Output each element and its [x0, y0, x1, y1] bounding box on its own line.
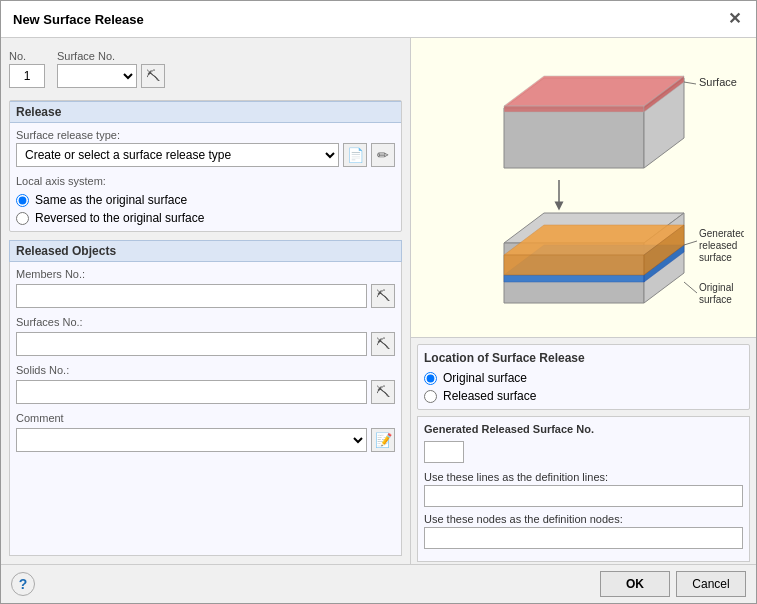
- local-axis-label: Local axis system:: [16, 175, 395, 187]
- svg-line-23: [684, 282, 697, 293]
- svg-marker-1: [504, 108, 644, 168]
- diagram-area: Surface: [411, 38, 756, 338]
- members-field-row: Members No.: ⛏: [16, 268, 395, 308]
- released-objects-header: Released Objects: [9, 240, 402, 262]
- surfaces-pick-btn[interactable]: ⛏: [371, 332, 395, 356]
- surface-no-label: Surface No.: [57, 50, 137, 62]
- radio-reversed-label[interactable]: Reversed to the original surface: [16, 211, 395, 225]
- close-button[interactable]: ✕: [724, 9, 744, 29]
- new-surface-release-dialog: New Surface Release ✕ No. Surface No.: [0, 0, 757, 604]
- generated-no-input[interactable]: [424, 441, 464, 463]
- surfaces-field-row: Surfaces No.: ⛏: [16, 316, 395, 356]
- surface-release-type-row: Create or select a surface release type …: [16, 143, 395, 167]
- radio-same-label[interactable]: Same as the original surface: [16, 193, 395, 207]
- surface-release-type-select[interactable]: Create or select a surface release type: [16, 143, 339, 167]
- release-section-body: Surface release type: Create or select a…: [10, 123, 401, 231]
- surfaces-pick-icon: ⛏: [376, 336, 390, 352]
- svg-text:Generated: Generated: [699, 228, 744, 239]
- members-input-row: ⛏: [16, 284, 395, 308]
- def-lines-label: Use these lines as the definition lines:: [424, 471, 743, 483]
- main-content: No. Surface No. ⛏: [1, 38, 756, 564]
- surfaces-input[interactable]: [16, 332, 367, 356]
- diagram-svg: Surface: [424, 48, 744, 328]
- svg-text:released: released: [699, 240, 737, 251]
- surfaces-label: Surfaces No.:: [16, 316, 395, 328]
- svg-marker-12: [504, 275, 644, 282]
- location-section: Location of Surface Release Original sur…: [417, 344, 750, 410]
- svg-line-6: [684, 82, 696, 84]
- svg-text:surface: surface: [699, 252, 732, 263]
- members-pick-btn[interactable]: ⛏: [371, 284, 395, 308]
- cancel-button[interactable]: Cancel: [676, 571, 746, 597]
- no-label: No.: [9, 50, 45, 62]
- release-section-header: Release: [10, 101, 401, 123]
- members-input[interactable]: [16, 284, 367, 308]
- location-released-radio[interactable]: [424, 390, 437, 403]
- solids-input[interactable]: [16, 380, 367, 404]
- no-group: No.: [9, 50, 45, 88]
- radio-same[interactable]: [16, 194, 29, 207]
- radio-reversed[interactable]: [16, 212, 29, 225]
- def-nodes-input[interactable]: [424, 527, 743, 549]
- comment-edit-btn[interactable]: 📝: [371, 428, 395, 452]
- solids-pick-btn[interactable]: ⛏: [371, 380, 395, 404]
- help-button[interactable]: ?: [11, 572, 35, 596]
- pick-icon: ⛏: [146, 68, 160, 84]
- members-label: Members No.:: [16, 268, 395, 280]
- surface-diagram-label: Surface: [699, 76, 737, 88]
- solids-label: Solids No.:: [16, 364, 395, 376]
- solids-field-row: Solids No.: ⛏: [16, 364, 395, 404]
- surfaces-input-row: ⛏: [16, 332, 395, 356]
- local-axis-group: Local axis system: Same as the original …: [16, 175, 395, 225]
- new-type-btn[interactable]: 📄: [343, 143, 367, 167]
- no-surface-row: No. Surface No. ⛏: [9, 46, 402, 92]
- comment-select[interactable]: [16, 428, 367, 452]
- location-original-text: Original surface: [443, 371, 527, 385]
- new-icon: 📄: [347, 147, 364, 163]
- released-objects-body: Members No.: ⛏ Surfaces No.:: [9, 262, 402, 556]
- svg-marker-15: [504, 255, 644, 275]
- footer: ? OK Cancel: [1, 564, 756, 603]
- surface-no-select[interactable]: [57, 64, 137, 88]
- comment-input-row: 📝: [16, 428, 395, 452]
- release-section: Release Surface release type: Create or …: [9, 100, 402, 232]
- radio-reversed-text: Reversed to the original surface: [35, 211, 204, 225]
- svg-text:surface: surface: [699, 294, 732, 305]
- left-panel: No. Surface No. ⛏: [1, 38, 411, 564]
- generated-section: Generated Released Surface No. Use these…: [417, 416, 750, 562]
- svg-text:Original: Original: [699, 282, 733, 293]
- location-released-label[interactable]: Released surface: [424, 389, 743, 403]
- dialog-title: New Surface Release: [13, 12, 144, 27]
- location-original-label[interactable]: Original surface: [424, 371, 743, 385]
- released-objects-section: Released Objects Members No.: ⛏: [9, 240, 402, 556]
- svg-line-20: [684, 241, 697, 245]
- right-panel: Surface: [411, 38, 756, 564]
- comment-field-row: Comment 📝: [16, 412, 395, 452]
- location-original-radio[interactable]: [424, 372, 437, 385]
- edit-type-btn[interactable]: ✏: [371, 143, 395, 167]
- edit-icon: ✏: [377, 147, 389, 163]
- def-lines-input[interactable]: [424, 485, 743, 507]
- radio-same-text: Same as the original surface: [35, 193, 187, 207]
- def-lines-field: Use these lines as the definition lines:: [424, 471, 743, 507]
- members-pick-icon: ⛏: [376, 288, 390, 304]
- solids-input-row: ⛏: [16, 380, 395, 404]
- comment-edit-icon: 📝: [375, 432, 392, 448]
- location-header: Location of Surface Release: [424, 351, 743, 365]
- footer-buttons: OK Cancel: [600, 571, 746, 597]
- svg-marker-4: [504, 106, 644, 112]
- title-bar: New Surface Release ✕: [1, 1, 756, 38]
- def-nodes-label: Use these nodes as the definition nodes:: [424, 513, 743, 525]
- comment-label: Comment: [16, 412, 395, 424]
- solids-pick-icon: ⛏: [376, 384, 390, 400]
- location-released-text: Released surface: [443, 389, 536, 403]
- surface-no-group: Surface No. ⛏: [57, 50, 165, 88]
- def-nodes-field: Use these nodes as the definition nodes:: [424, 513, 743, 549]
- no-input[interactable]: [9, 64, 45, 88]
- surface-no-pick-btn[interactable]: ⛏: [141, 64, 165, 88]
- generated-header: Generated Released Surface No.: [424, 423, 743, 435]
- surface-release-type-label: Surface release type:: [16, 129, 395, 141]
- ok-button[interactable]: OK: [600, 571, 670, 597]
